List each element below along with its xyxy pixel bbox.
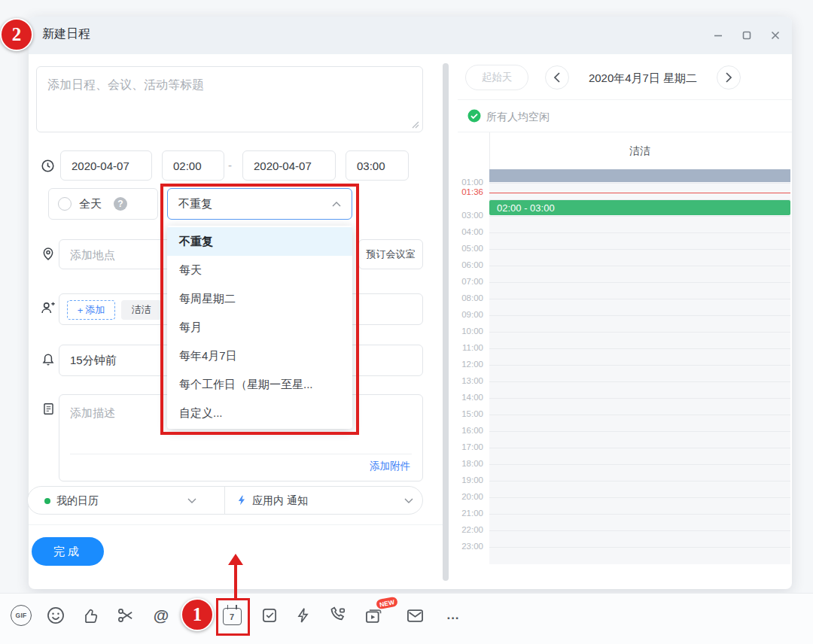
calendar-color-dot: [44, 498, 50, 504]
lightning-button[interactable]: [293, 605, 314, 626]
clock-icon: [41, 159, 55, 176]
thumbs-up-button[interactable]: [80, 605, 101, 626]
end-date-field[interactable]: [242, 150, 336, 181]
annotation-arrow: [234, 564, 237, 599]
next-day-button[interactable]: [717, 65, 741, 90]
event-block[interactable]: 02:00 - 03:00: [489, 200, 790, 215]
all-day-radio[interactable]: [58, 197, 72, 211]
hour-label: 11:00: [462, 343, 483, 352]
chevron-down-icon[interactable]: [187, 498, 196, 504]
hour-label: 08:00: [461, 293, 483, 302]
all-day-label: 全天: [79, 197, 102, 211]
end-time-input[interactable]: [357, 151, 397, 180]
scissors-button[interactable]: [115, 605, 136, 626]
hour-line: [489, 216, 790, 217]
description-divider: [70, 454, 412, 454]
time-range-separator: -: [228, 159, 232, 172]
notify-lightning-icon: [236, 494, 248, 510]
mention-button[interactable]: @: [151, 605, 172, 626]
attendee-column-header: 洁洁: [489, 144, 790, 158]
hour-label: 03:00: [461, 211, 483, 220]
hour-line: [489, 332, 790, 333]
hour-line: [489, 299, 790, 299]
hour-line: [489, 464, 790, 465]
more-button[interactable]: ...: [443, 605, 464, 626]
note-icon: [41, 402, 56, 419]
hour-line: [489, 481, 790, 481]
hour-line: [489, 315, 790, 316]
hour-label: 17:00: [461, 442, 483, 451]
start-time-input[interactable]: [173, 151, 213, 180]
gif-button[interactable]: GIF: [11, 605, 32, 626]
chevron-down-icon[interactable]: [404, 498, 413, 504]
minimize-button[interactable]: [708, 25, 729, 46]
start-day-button[interactable]: 起始天: [465, 65, 528, 90]
end-date-input[interactable]: [254, 151, 324, 180]
book-meeting-room-button[interactable]: 预订会议室: [358, 239, 423, 269]
close-button[interactable]: [765, 25, 786, 46]
resize-handle-icon[interactable]: [412, 121, 419, 129]
all-day-box: 全天 ?: [48, 188, 158, 220]
event-title-input[interactable]: [37, 67, 422, 132]
step-2-badge: 2: [0, 18, 33, 51]
add-person-icon: [40, 300, 56, 319]
date-label: 2020年4月7日 星期二: [580, 71, 706, 86]
hour-line: [489, 365, 790, 366]
start-time-field[interactable]: [162, 150, 224, 181]
start-date-input[interactable]: [72, 151, 141, 180]
hour-label: 14:00: [461, 393, 483, 402]
chevron-left-icon: [553, 72, 561, 83]
hour-line: [489, 232, 790, 233]
call-button[interactable]: [327, 605, 348, 626]
hour-line: [489, 348, 790, 349]
attendee-tag[interactable]: 洁洁: [121, 300, 162, 320]
hour-line: [489, 249, 790, 250]
maximize-button[interactable]: [736, 25, 757, 46]
dialog-title: 新建日程: [42, 26, 90, 42]
current-time-line: [489, 193, 790, 193]
reminder-value: 15分钟前: [70, 354, 117, 368]
screen: 新建日程 - 全天 ? 不重复: [0, 0, 813, 644]
hour-line: [489, 497, 790, 498]
hour-label: 16:00: [461, 426, 483, 435]
add-attachment-link[interactable]: 添加附件: [370, 460, 410, 473]
left-pane-scrollbar[interactable]: [443, 63, 449, 581]
location-pin-icon: [41, 246, 56, 264]
plus-icon: +: [78, 305, 84, 316]
emoji-button[interactable]: [45, 605, 66, 626]
help-icon[interactable]: ?: [114, 197, 127, 211]
add-attendee-button[interactable]: +添加: [67, 300, 115, 320]
step-1-badge: 1: [181, 598, 214, 631]
hour-label: 19:00: [461, 475, 483, 485]
panel-divider: [458, 132, 792, 132]
hour-line: [489, 448, 790, 448]
availability-status: 所有人均空闲: [486, 111, 550, 124]
busy-band: [489, 169, 790, 182]
hour-line: [489, 415, 790, 415]
hour-line: [489, 431, 790, 432]
annotation-box-dropdown: [160, 184, 359, 435]
start-date-field[interactable]: [60, 150, 152, 181]
mail-button[interactable]: [404, 605, 425, 626]
dialog-header: [29, 17, 792, 54]
pill-divider: [224, 487, 225, 514]
hour-label: 05:00: [461, 244, 483, 253]
schedule-grid-body[interactable]: 02:00 - 03:00: [489, 169, 790, 564]
bell-icon: [41, 351, 56, 369]
hour-label: 09:00: [461, 310, 483, 319]
hour-line: [489, 381, 790, 382]
annotation-arrow-head: [228, 554, 243, 565]
hour-label: 04:00: [461, 227, 483, 236]
end-time-field[interactable]: [346, 150, 409, 181]
hour-label: 20:00: [461, 492, 483, 501]
hour-line: [489, 266, 790, 266]
hour-label: 21:00: [461, 509, 483, 518]
hour-label: 10:00: [461, 327, 483, 336]
prev-day-button[interactable]: [545, 65, 569, 90]
event-title-box: [36, 66, 423, 132]
task-button[interactable]: [259, 605, 280, 626]
hour-label: 07:00: [461, 277, 483, 286]
done-button[interactable]: 完成: [32, 537, 104, 566]
hour-label: 23:00: [461, 542, 483, 551]
hour-line: [489, 183, 790, 184]
